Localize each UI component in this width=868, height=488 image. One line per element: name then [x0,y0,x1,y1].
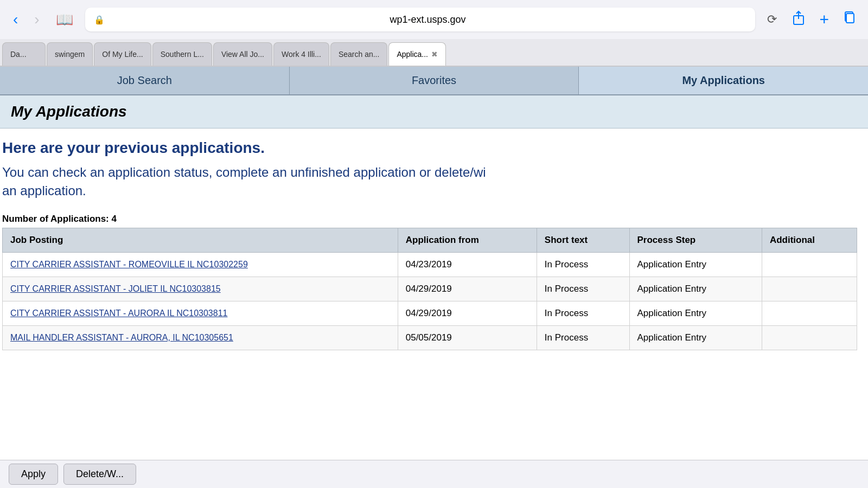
additional-cell [762,301,857,326]
tab-work4[interactable]: Work 4 Illi... [273,42,329,66]
col-header-additional: Additional [762,228,857,253]
page-header: My Applications [0,95,868,129]
forward-button[interactable]: › [30,10,43,29]
tabs-bar: Da... swingem Of My Life... Southern L..… [0,39,868,66]
tab-ofmylife[interactable]: Of My Life... [94,42,151,66]
app-from-cell: 04/29/2019 [398,277,537,301]
tab-viewall[interactable]: View All Jo... [213,42,272,66]
job-link[interactable]: CITY CARRIER ASSISTANT - JOLIET IL NC103… [10,284,221,293]
delete-button[interactable]: Delete/W... [63,464,136,485]
job-link[interactable]: MAIL HANDLER ASSISTANT - AURORA, IL NC10… [10,333,233,342]
table-header-row: Job Posting Application from Short text … [3,228,857,253]
tab-searchan[interactable]: Search an... [330,42,388,66]
intro-normal: You can check an application status, com… [2,163,857,200]
svg-rect-3 [846,14,854,23]
address-bar[interactable]: 🔒 wp1-ext.usps.gov [85,8,756,31]
process-step-cell: Application Entry [629,253,762,277]
short-text-cell: In Process [537,301,629,326]
page-title: My Applications [11,103,857,120]
sub-nav: Job Search Favorites My Applications [0,67,868,95]
process-step-cell: Application Entry [629,326,762,350]
tab-da[interactable]: Da... [2,42,46,66]
sub-nav-job-search[interactable]: Job Search [0,67,290,94]
browser-toolbar: ‹ › 📖 🔒 wp1-ext.usps.gov ⟳ + [0,0,868,39]
lock-icon: 🔒 [94,15,105,25]
new-tab-button[interactable]: + [816,8,832,31]
tab-applica[interactable]: Applica... ✖ [388,42,446,66]
main-area: Here are your previous applications. You… [0,129,868,361]
table-row: MAIL HANDLER ASSISTANT - AURORA, IL NC10… [3,326,857,350]
short-text-cell: In Process [537,326,629,350]
short-text-cell: In Process [537,253,629,277]
col-header-process-step: Process Step [629,228,762,253]
app-count: Number of Applications: 4 [2,210,857,228]
job-link[interactable]: CITY CARRIER ASSISTANT - AURORA IL NC103… [10,309,227,318]
tab-swingem[interactable]: swingem [47,42,93,66]
table-row: CITY CARRIER ASSISTANT - ROMEOVILLE IL N… [3,253,857,277]
tabs-button[interactable] [840,9,859,30]
tab-southern[interactable]: Southern L... [152,42,212,66]
browser-chrome: ‹ › 📖 🔒 wp1-ext.usps.gov ⟳ + [0,0,868,67]
process-step-cell: Application Entry [629,301,762,326]
table-row: CITY CARRIER ASSISTANT - JOLIET IL NC103… [3,277,857,301]
sub-nav-my-applications[interactable]: My Applications [579,67,868,94]
sub-nav-favorites[interactable]: Favorites [290,67,579,94]
app-from-cell: 04/23/2019 [398,253,537,277]
share-button[interactable] [789,8,808,31]
additional-cell [762,326,857,350]
col-header-short-text: Short text [537,228,629,253]
bookmarks-button[interactable]: 📖 [52,9,78,30]
url-text: wp1-ext.usps.gov [109,14,747,25]
col-header-app-from: Application from [398,228,537,253]
additional-cell [762,277,857,301]
col-header-job-posting: Job Posting [3,228,398,253]
back-button[interactable]: ‹ [9,10,22,29]
additional-cell [762,253,857,277]
intro-bold: Here are your previous applications. [2,139,857,157]
reload-button[interactable]: ⟳ [763,10,781,29]
bottom-bar: Apply Delete/W... [0,460,868,488]
app-from-cell: 05/05/2019 [398,326,537,350]
applications-table: Job Posting Application from Short text … [2,228,857,350]
tab-close-icon[interactable]: ✖ [431,50,438,59]
table-row: CITY CARRIER ASSISTANT - AURORA IL NC103… [3,301,857,326]
job-link[interactable]: CITY CARRIER ASSISTANT - ROMEOVILLE IL N… [10,260,248,269]
process-step-cell: Application Entry [629,277,762,301]
toolbar-actions: + [789,8,859,31]
app-from-cell: 04/29/2019 [398,301,537,326]
page-content: Job Search Favorites My Applications My … [0,67,868,460]
short-text-cell: In Process [537,277,629,301]
apply-button[interactable]: Apply [9,464,58,485]
